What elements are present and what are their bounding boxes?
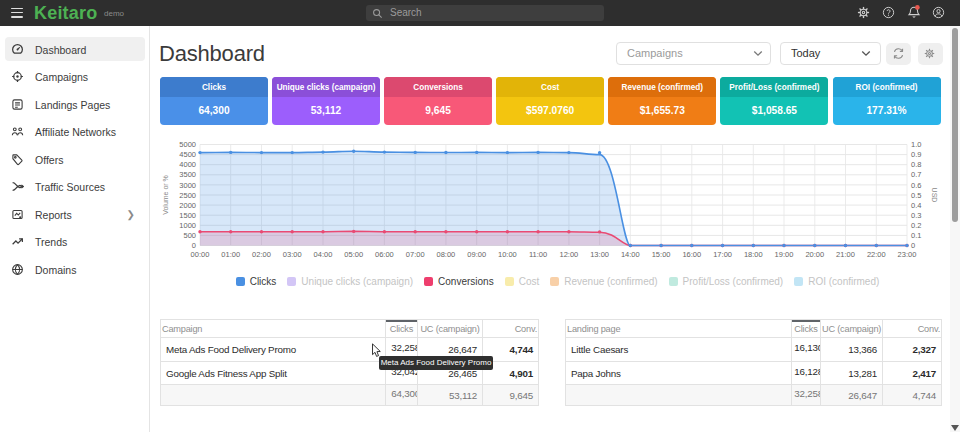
svg-text:03:00: 03:00 — [283, 250, 302, 259]
svg-text:00:00: 00:00 — [191, 250, 210, 259]
svg-text:3000: 3000 — [179, 181, 196, 190]
svg-text:1.0: 1.0 — [911, 140, 921, 149]
svg-text:04:00: 04:00 — [314, 250, 333, 259]
svg-text:16:00: 16:00 — [682, 250, 701, 259]
svg-text:0.4: 0.4 — [911, 201, 921, 210]
svg-text:2000: 2000 — [179, 201, 196, 210]
svg-text:500: 500 — [183, 231, 196, 240]
svg-text:4500: 4500 — [179, 150, 196, 159]
svg-text:0.7: 0.7 — [911, 170, 921, 179]
svg-text:14:00: 14:00 — [621, 250, 640, 259]
svg-text:0.1: 0.1 — [911, 231, 921, 240]
svg-text:09:00: 09:00 — [467, 250, 486, 259]
svg-text:0.5: 0.5 — [911, 191, 921, 200]
svg-text:3500: 3500 — [179, 170, 196, 179]
svg-text:1500: 1500 — [179, 211, 196, 220]
svg-text:0.2: 0.2 — [911, 221, 921, 230]
svg-text:0.9: 0.9 — [911, 150, 921, 159]
svg-text:4000: 4000 — [179, 160, 196, 169]
svg-text:19:00: 19:00 — [775, 250, 794, 259]
svg-text:20:00: 20:00 — [805, 250, 824, 259]
svg-text:0.6: 0.6 — [911, 181, 921, 190]
svg-text:21:00: 21:00 — [836, 250, 855, 259]
svg-text:5000: 5000 — [179, 140, 196, 149]
svg-text:2500: 2500 — [179, 191, 196, 200]
svg-text:17:00: 17:00 — [713, 250, 732, 259]
svg-text:USD: USD — [931, 188, 938, 203]
svg-text:01:00: 01:00 — [221, 250, 240, 259]
svg-text:06:00: 06:00 — [375, 250, 394, 259]
svg-text:1000: 1000 — [179, 221, 196, 230]
svg-text:08:00: 08:00 — [437, 250, 456, 259]
svg-text:07:00: 07:00 — [406, 250, 425, 259]
svg-text:23:00: 23:00 — [898, 250, 917, 259]
svg-text:Volume or %: Volume or % — [162, 175, 169, 215]
svg-text:18:00: 18:00 — [744, 250, 763, 259]
svg-text:11:00: 11:00 — [529, 250, 547, 259]
svg-text:22:00: 22:00 — [867, 250, 886, 259]
svg-text:12:00: 12:00 — [560, 250, 579, 259]
svg-text:0.3: 0.3 — [911, 211, 921, 220]
svg-text:05:00: 05:00 — [344, 250, 363, 259]
svg-text:15:00: 15:00 — [652, 250, 671, 259]
svg-text:10:00: 10:00 — [498, 250, 517, 259]
svg-text:02:00: 02:00 — [252, 250, 271, 259]
svg-text:0.8: 0.8 — [911, 160, 921, 169]
svg-text:13:00: 13:00 — [590, 250, 609, 259]
